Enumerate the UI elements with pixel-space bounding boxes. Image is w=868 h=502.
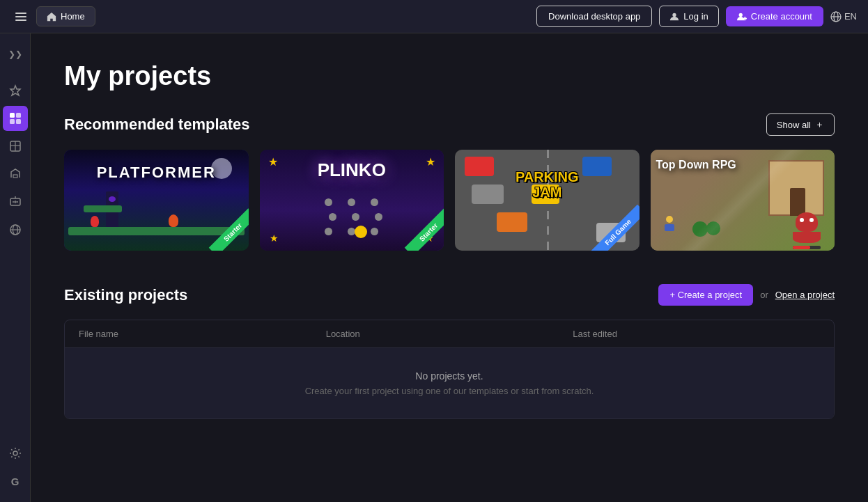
plinko-title: PLINKO — [260, 159, 444, 181]
topbar: Home Download desktop app Log in Create … — [0, 0, 868, 33]
template-card-plinko[interactable]: ★ ★ PLINKO — [260, 150, 444, 251]
plus-icon: ＋ — [815, 118, 824, 131]
template-card-platformer[interactable]: PLATFORMER Starter — [64, 150, 249, 251]
platformer-title: PLATFORMER — [64, 164, 249, 182]
sidebar-item-account[interactable]: G — [3, 469, 28, 494]
svg-point-21 — [13, 201, 14, 203]
plinko-badge: Starter — [404, 208, 444, 251]
empty-primary: No projects yet. — [79, 370, 820, 382]
svg-rect-0 — [15, 13, 26, 14]
create-account-label: Create account — [751, 11, 812, 22]
language-btn[interactable]: EN — [830, 11, 857, 22]
topbar-actions: Download desktop app Log in Create accou… — [536, 6, 857, 27]
sidebar: ❯❯ — [0, 33, 31, 502]
table-empty: No projects yet. Create your first proje… — [65, 348, 834, 418]
login-btn[interactable]: Log in — [659, 6, 718, 27]
plinko-ribbon: Starter — [388, 195, 444, 251]
rpg-title: Top Down RPG — [656, 158, 773, 171]
sidebar-item-web[interactable] — [3, 217, 28, 242]
main-content: My projects Recommended templates Show a… — [31, 33, 868, 502]
menu-button[interactable] — [11, 7, 31, 26]
platformer-ribbon: Starter — [193, 195, 249, 251]
col-lastedited: Last edited — [573, 329, 820, 339]
template-card-parking[interactable]: PARKINGJAM Full Game — [455, 150, 640, 251]
col-filename: File name — [79, 329, 326, 339]
existing-section: Existing projects + Create a project or … — [64, 284, 835, 419]
templates-grid: PLATFORMER Starter ★ ★ PLINKO — [64, 150, 835, 251]
col-location: Location — [326, 329, 573, 339]
template-card-rpg[interactable]: Top Down RPG — [651, 150, 835, 251]
show-all-btn[interactable]: Show all ＋ — [766, 113, 835, 136]
page-title: My projects — [64, 61, 835, 91]
parking-badge: Full Game — [590, 204, 639, 251]
svg-rect-2 — [15, 19, 26, 21]
parking-ribbon: Full Game — [584, 195, 640, 251]
sidebar-item-games[interactable] — [3, 106, 28, 131]
create-account-btn[interactable]: Create account — [726, 6, 823, 26]
table-header: File name Location Last edited — [65, 320, 834, 348]
svg-rect-12 — [16, 113, 21, 118]
empty-secondary: Create your first project using one of o… — [79, 386, 820, 396]
rpg-player — [665, 216, 674, 230]
sidebar-item-collapse[interactable]: ❯❯ — [3, 42, 28, 67]
sidebar-item-play[interactable] — [3, 189, 28, 214]
svg-rect-1 — [15, 16, 26, 17]
svg-rect-14 — [16, 119, 21, 124]
sidebar-item-settings[interactable] — [3, 441, 28, 466]
existing-title: Existing projects — [64, 286, 187, 304]
sidebar-item-effects[interactable] — [3, 78, 28, 103]
open-project-btn[interactable]: Open a project — [775, 290, 835, 300]
svg-marker-10 — [10, 86, 20, 95]
login-label: Log in — [683, 11, 708, 22]
svg-point-28 — [13, 451, 17, 455]
existing-header: Existing projects + Create a project or … — [64, 284, 835, 306]
recommended-section-header: Recommended templates Show all ＋ — [64, 113, 835, 136]
svg-point-4 — [738, 13, 742, 16]
sidebar-item-learn[interactable] — [3, 162, 28, 187]
plinko-ball — [355, 226, 367, 238]
projects-table: File name Location Last edited No projec… — [64, 320, 835, 419]
svg-rect-13 — [10, 119, 15, 124]
create-project-btn[interactable]: + Create a project — [658, 284, 753, 306]
download-btn[interactable]: Download desktop app — [536, 6, 652, 27]
rpg-monster — [793, 212, 821, 244]
svg-point-3 — [673, 13, 676, 16]
svg-point-22 — [17, 201, 18, 203]
existing-actions: + Create a project or Open a project — [658, 284, 835, 306]
home-tab-label: Home — [61, 11, 85, 22]
sidebar-item-assets[interactable] — [3, 134, 28, 159]
home-tab[interactable]: Home — [36, 6, 95, 26]
lang-label: EN — [844, 11, 857, 22]
platformer-badge: Starter — [209, 208, 249, 251]
recommended-title: Recommended templates — [64, 116, 250, 134]
svg-rect-11 — [10, 113, 15, 118]
parking-title: PARKINGJAM — [516, 169, 579, 200]
layout: ❯❯ — [0, 33, 868, 502]
or-text: or — [760, 290, 768, 300]
svg-rect-18 — [13, 175, 17, 178]
